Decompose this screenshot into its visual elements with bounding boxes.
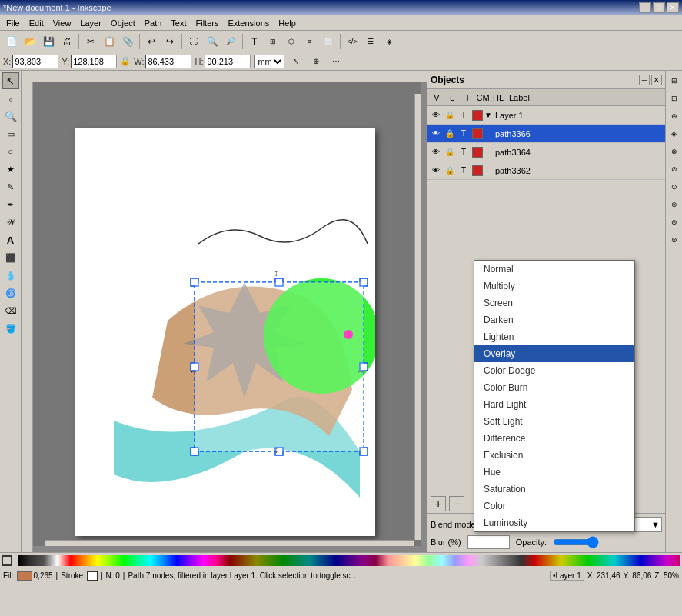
zoom-fit-button[interactable]: ⛶ <box>185 33 202 50</box>
callig-tool[interactable]: 𝒲 <box>2 214 19 231</box>
lock-icon[interactable]: 🔒 <box>443 111 457 119</box>
menu-extensions[interactable]: Extensions <box>223 17 274 29</box>
lock-icon4[interactable]: 🔒 <box>443 166 457 175</box>
panel-minimize-button[interactable]: ─ <box>639 75 650 85</box>
pencil-tool[interactable]: ✎ <box>2 178 19 195</box>
open-button[interactable]: 📂 <box>22 33 38 50</box>
remove-layer-button[interactable]: − <box>449 496 464 511</box>
snap-coords-button[interactable]: ⊕ <box>308 53 324 70</box>
undo-button[interactable]: ↩ <box>143 33 160 50</box>
lock-icon3[interactable]: 🔒 <box>443 148 457 156</box>
snap-tool5[interactable]: ⊗ <box>666 143 683 160</box>
snap-button[interactable]: ⊞ <box>264 33 281 50</box>
opacity-slider[interactable] <box>553 536 599 548</box>
blend-option-hue[interactable]: Hue <box>474 464 634 481</box>
fill-stroke-button[interactable]: ⬜ <box>320 33 337 50</box>
snap-tool6[interactable]: ⊘ <box>666 161 683 178</box>
color-palette[interactable] <box>18 555 680 566</box>
y-input[interactable] <box>71 55 117 68</box>
snap-tool1[interactable]: ⊞ <box>666 72 683 89</box>
blur-input[interactable] <box>467 535 510 549</box>
w-input[interactable] <box>145 55 191 68</box>
spray-tool[interactable]: 🌀 <box>2 285 19 301</box>
menu-object[interactable]: Object <box>106 17 140 29</box>
snap-tool8[interactable]: ⊚ <box>666 196 683 213</box>
blend-option-colorburn[interactable]: Color Burn <box>474 379 634 396</box>
menu-view[interactable]: View <box>48 17 76 29</box>
blend-option-softlight[interactable]: Soft Light <box>474 413 634 430</box>
add-layer-button[interactable]: + <box>431 496 446 511</box>
menu-filters[interactable]: Filters <box>191 17 224 29</box>
snap-tool2[interactable]: ⊡ <box>666 90 683 107</box>
dropper-tool[interactable]: 💧 <box>2 267 19 284</box>
blend-option-color[interactable]: Color <box>474 498 634 514</box>
pen-tool[interactable]: ✒ <box>2 196 19 213</box>
zoom-in-button[interactable]: 🔍 <box>204 33 221 50</box>
unit-select[interactable]: mmpxptcmin <box>254 55 284 68</box>
eraser-tool[interactable]: ⌫ <box>2 302 19 319</box>
view-nodes-button[interactable]: ⬡ <box>283 33 300 50</box>
blend-option-darken[interactable]: Darken <box>474 311 634 328</box>
path3366-row[interactable]: 👁 🔒 T path3366 <box>427 125 665 143</box>
menu-file[interactable]: File <box>2 17 25 29</box>
lock-icon2[interactable]: 🔒 <box>443 129 457 138</box>
x-input[interactable] <box>12 55 58 68</box>
layer-indicator[interactable]: •Layer 1 <box>550 571 584 581</box>
align-button[interactable]: ≡ <box>301 33 318 50</box>
minimize-button[interactable]: ─ <box>639 2 651 13</box>
blend-option-lighten[interactable]: Lighten <box>474 328 634 345</box>
save-button[interactable]: 💾 <box>40 33 57 50</box>
star-tool[interactable]: ★ <box>2 161 19 178</box>
objects-button[interactable]: ◈ <box>381 33 398 50</box>
visibility-eye3[interactable]: 👁 <box>429 148 443 156</box>
snap-tool4[interactable]: ◈ <box>666 125 683 142</box>
visibility-eye2[interactable]: 👁 <box>429 129 443 138</box>
close-button[interactable]: ✕ <box>667 2 679 13</box>
print-button[interactable]: 🖨 <box>58 33 75 50</box>
panel-close-button[interactable]: ✕ <box>651 75 662 85</box>
select-tool[interactable]: ↖ <box>2 72 19 89</box>
paint-tool[interactable]: 🪣 <box>2 320 19 337</box>
cut-button[interactable]: ✂ <box>82 33 99 50</box>
h-input[interactable] <box>205 55 251 68</box>
redo-button[interactable]: ↪ <box>161 33 178 50</box>
horizontal-scrollbar[interactable] <box>45 540 414 546</box>
menu-layer[interactable]: Layer <box>75 17 106 29</box>
node-tool[interactable]: ⬦ <box>2 90 19 107</box>
gradient-tool[interactable]: ⬛ <box>2 249 19 266</box>
blend-option-overlay[interactable]: Overlay <box>474 345 634 362</box>
more-coords-button[interactable]: ⋯ <box>328 53 344 70</box>
visibility-eye4[interactable]: 👁 <box>429 166 443 175</box>
text-tool-button[interactable]: T <box>246 33 263 50</box>
blend-option-hardlight[interactable]: Hard Light <box>474 396 634 413</box>
snap-tool9[interactable]: ⊛ <box>666 214 683 231</box>
layer-row[interactable]: 👁 🔒 T ▼ Layer 1 <box>427 106 665 125</box>
menu-path[interactable]: Path <box>140 17 167 29</box>
new-button[interactable]: 📄 <box>3 33 20 50</box>
blend-option-luminosity[interactable]: Luminosity <box>474 514 634 531</box>
blend-option-saturation[interactable]: Saturation <box>474 481 634 498</box>
blend-option-difference[interactable]: Difference <box>474 430 634 447</box>
zoom-tool[interactable]: 🔍 <box>2 108 19 125</box>
layers-button[interactable]: ☰ <box>362 33 379 50</box>
blend-option-screen[interactable]: Screen <box>474 295 634 311</box>
vertical-scrollbar[interactable] <box>414 94 421 540</box>
blend-option-colordodge[interactable]: Color Dodge <box>474 362 634 379</box>
snap-tool3[interactable]: ⊕ <box>666 108 683 125</box>
path3362-row[interactable]: 👁 🔒 T path3362 <box>427 161 665 180</box>
paste-button[interactable]: 📎 <box>119 33 136 50</box>
snap-tool10[interactable]: ⊜ <box>666 231 683 248</box>
xml-button[interactable]: </> <box>344 33 361 50</box>
maximize-button[interactable]: □ <box>653 2 665 13</box>
transform-button[interactable]: ⤡ <box>288 53 304 70</box>
canvas-area[interactable]: ↔ ↕ ↕ ↔ <box>22 71 427 552</box>
path3364-row[interactable]: 👁 🔒 T path3364 <box>427 143 665 161</box>
text-tool[interactable]: A <box>2 231 19 248</box>
blend-option-multiply[interactable]: Multiply <box>474 278 634 295</box>
no-fill-indicator[interactable] <box>2 555 12 566</box>
blend-option-normal[interactable]: Normal <box>474 261 634 278</box>
zoom-out-button[interactable]: 🔎 <box>222 33 239 50</box>
rect-tool[interactable]: ▭ <box>2 125 19 142</box>
blend-option-exclusion[interactable]: Exclusion <box>474 447 634 464</box>
snap-tool7[interactable]: ⊙ <box>666 178 683 195</box>
